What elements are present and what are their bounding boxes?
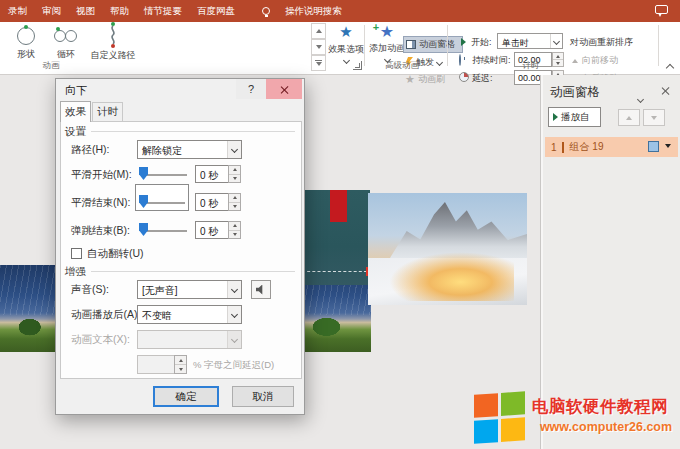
after-animation-value: 不变暗 bbox=[138, 306, 227, 323]
pane-move-up-button[interactable] bbox=[618, 109, 640, 126]
animation-painter-label: 动画刷 bbox=[418, 73, 445, 86]
animation-pane-button-label: 动画窗格 bbox=[419, 38, 455, 51]
menu-tab-view[interactable]: 视图 bbox=[76, 5, 95, 18]
gallery-scroll-down-button[interactable] bbox=[311, 39, 326, 55]
start-dropdown[interactable]: 单击时 bbox=[497, 33, 563, 49]
group-divider bbox=[447, 25, 448, 66]
chevron-down-icon bbox=[436, 59, 443, 66]
smooth-end-spinner[interactable] bbox=[228, 193, 241, 211]
menu-tab-help[interactable]: 帮助 bbox=[110, 5, 129, 18]
gallery-item-shape[interactable]: 形状 bbox=[6, 24, 46, 62]
bounce-end-spinner[interactable] bbox=[228, 221, 241, 239]
path-dropdown[interactable]: 解除锁定 bbox=[137, 140, 242, 159]
windows-flag-icon bbox=[474, 391, 526, 444]
ok-button[interactable]: 确定 bbox=[153, 386, 219, 407]
animation-pane-title: 动画窗格 bbox=[550, 84, 600, 101]
comments-icon[interactable] bbox=[655, 5, 668, 14]
plus-icon: + bbox=[373, 21, 379, 33]
shape-path-icon bbox=[17, 27, 35, 45]
smooth-start-spinner[interactable] bbox=[228, 165, 241, 183]
play-from-button[interactable]: 播放自 bbox=[548, 107, 601, 127]
smooth-start-value[interactable]: 0 秒 bbox=[195, 165, 229, 183]
animation-pane-icon bbox=[406, 40, 416, 49]
after-animation-dropdown[interactable]: 不变暗 bbox=[137, 305, 242, 324]
pane-move-down-button[interactable] bbox=[643, 109, 665, 126]
path-value: 解除锁定 bbox=[138, 141, 227, 158]
auto-reverse-label: 自动翻转(U) bbox=[87, 247, 144, 261]
animation-index: 1 bbox=[551, 142, 557, 153]
move-earlier-button[interactable]: 向前移动 bbox=[572, 54, 618, 67]
gallery-item-label: 形状 bbox=[17, 48, 35, 61]
tab-effect[interactable]: 效果 bbox=[60, 101, 91, 122]
letter-delay-label: % 字母之间延迟(D) bbox=[193, 359, 274, 372]
timing-bar-chip bbox=[648, 141, 659, 152]
watermark-site-name: 电脑软硬件教程网 bbox=[532, 396, 680, 418]
settings-section-label: 设置 bbox=[65, 125, 86, 139]
animation-pane: 动画窗格 播放自 1 组合 19 bbox=[540, 75, 680, 449]
flag-square-green bbox=[501, 391, 525, 416]
smooth-end-value[interactable]: 0 秒 bbox=[195, 193, 229, 211]
start-value: 单击时 bbox=[498, 34, 550, 48]
speaker-icon bbox=[256, 285, 267, 295]
animation-list-item[interactable]: 1 组合 19 bbox=[545, 137, 678, 157]
collapse-ribbon-icon[interactable] bbox=[666, 64, 674, 72]
play-from-label: 播放自 bbox=[561, 111, 590, 124]
animation-pane-toggle-button[interactable]: 动画窗格 bbox=[403, 36, 463, 53]
loop-path-icon bbox=[54, 30, 78, 42]
start-label: 开始: bbox=[471, 36, 492, 49]
red-rectangle-shape[interactable] bbox=[330, 190, 347, 222]
menu-tab-baidu-netdisk[interactable]: 百度网盘 bbox=[197, 5, 235, 18]
menu-tab-record[interactable]: 录制 bbox=[8, 5, 27, 18]
golden-glow-layer bbox=[387, 251, 514, 300]
auto-reverse-checkbox[interactable] bbox=[71, 248, 82, 259]
menu-tab-review[interactable]: 审阅 bbox=[42, 5, 61, 18]
duration-spinner[interactable] bbox=[552, 52, 564, 67]
gallery-scroll-up-button[interactable] bbox=[311, 23, 326, 39]
bounce-end-value[interactable]: 0 秒 bbox=[195, 221, 229, 239]
sound-dropdown[interactable]: [无声音] bbox=[137, 280, 242, 299]
menu-tab-storyboard[interactable]: 情节提要 bbox=[144, 5, 182, 18]
tab-timing[interactable]: 计时 bbox=[92, 102, 123, 121]
tell-me-search[interactable]: 操作说明搜索 bbox=[285, 5, 342, 18]
chevron-down-icon bbox=[550, 34, 562, 48]
pane-chevron-down-icon[interactable] bbox=[638, 88, 643, 106]
item-dropdown-icon[interactable] bbox=[665, 144, 671, 148]
smooth-start-slider[interactable] bbox=[139, 167, 148, 180]
gallery-item-label: 自定义路径 bbox=[91, 49, 136, 62]
add-animation-star-icon: ★ bbox=[380, 23, 394, 40]
dialog-help-button[interactable]: ? bbox=[236, 79, 266, 99]
bounce-end-slider[interactable] bbox=[139, 223, 148, 236]
sound-label: 声音(S): bbox=[71, 283, 109, 297]
gallery-more-button[interactable] bbox=[311, 55, 326, 71]
animate-text-label: 动画文本(X): bbox=[71, 333, 130, 347]
lightbulb-icon bbox=[262, 7, 270, 15]
mountain-photo[interactable] bbox=[368, 193, 527, 305]
dialog-launcher-icon[interactable] bbox=[353, 61, 362, 70]
letter-delay-spinner bbox=[174, 355, 187, 374]
motion-path-type-icon bbox=[562, 142, 564, 153]
chevron-down-icon bbox=[342, 57, 349, 64]
group-label-timing: 计时 bbox=[516, 60, 546, 72]
triangle-up-icon bbox=[572, 59, 578, 63]
enhance-section-label: 增强 bbox=[65, 265, 86, 279]
delay-clock-icon bbox=[459, 72, 469, 82]
section-rule bbox=[91, 131, 295, 132]
dialog-close-button[interactable] bbox=[266, 79, 302, 99]
duration-label: 持续时间: bbox=[472, 54, 511, 67]
play-icon bbox=[553, 113, 558, 121]
chevron-down-icon bbox=[227, 306, 241, 323]
smooth-end-label: 平滑结束(N): bbox=[71, 196, 131, 210]
gallery-item-loop[interactable]: 循环 bbox=[46, 24, 86, 62]
gallery-item-custom-path[interactable]: 自定义路径 bbox=[86, 24, 140, 62]
sound-volume-button[interactable] bbox=[251, 280, 271, 299]
custom-path-icon bbox=[107, 24, 119, 46]
animate-text-value bbox=[138, 331, 227, 348]
dialog-title: 向下 bbox=[65, 83, 87, 98]
effect-options-star-icon: ★ bbox=[339, 24, 352, 40]
cancel-button[interactable]: 取消 bbox=[232, 386, 294, 407]
animation-painter-button[interactable]: ★ 动画刷 bbox=[405, 73, 445, 86]
start-play-icon bbox=[461, 38, 466, 46]
flag-square-yellow bbox=[501, 417, 525, 442]
path-label: 路径(H): bbox=[71, 143, 110, 157]
flag-square-orange bbox=[474, 393, 498, 418]
